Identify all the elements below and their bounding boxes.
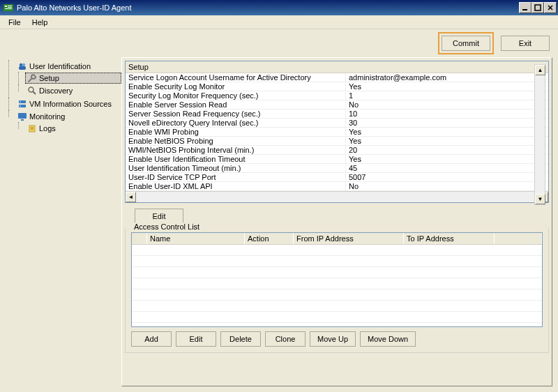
menu-help[interactable]: Help xyxy=(27,17,54,28)
setup-row[interactable]: Enable WMI ProbingYes xyxy=(126,128,548,137)
setup-row-value: administrator@example.com xyxy=(346,73,548,82)
acl-moveup-button[interactable]: Move Up xyxy=(310,331,356,347)
scroll-down-icon[interactable]: ▼ xyxy=(535,194,545,204)
setup-row[interactable]: Enable User Identification TimeoutYes xyxy=(126,155,548,164)
tree-label: Setup xyxy=(39,74,59,82)
table-row[interactable] xyxy=(132,312,542,323)
acl-legend: Access Control List xyxy=(131,223,202,231)
top-toolbar: Commit Exit xyxy=(0,29,558,57)
acl-col-checkbox[interactable] xyxy=(132,233,147,244)
setup-row-value: Yes xyxy=(346,128,548,136)
commit-button[interactable]: Commit xyxy=(442,36,490,51)
setup-row-label: User-ID Service TCP Port xyxy=(126,173,346,181)
setup-row-label: Enable Server Session Read xyxy=(126,100,346,109)
setup-row[interactable]: Enable User-ID XML APINo xyxy=(126,182,548,191)
acl-col-to[interactable]: To IP Address xyxy=(404,233,495,244)
setup-row-label: Enable User Identification Timeout xyxy=(126,155,346,163)
menu-bar: File Help xyxy=(0,15,558,29)
svg-rect-2 xyxy=(8,6,12,6)
table-row[interactable] xyxy=(132,245,542,256)
svg-point-10 xyxy=(29,87,33,92)
svg-rect-16 xyxy=(18,113,27,119)
table-row[interactable] xyxy=(132,256,542,267)
tree-user-identification[interactable]: User Identification xyxy=(15,61,121,72)
setup-row[interactable]: Security Log Monitor Frequency (sec.)1 xyxy=(126,91,548,100)
tree-label: Logs xyxy=(39,124,56,133)
magnifier-icon xyxy=(27,86,37,96)
acl-col-action[interactable]: Action xyxy=(245,233,294,244)
tree-logs[interactable]: Logs xyxy=(25,123,121,134)
scroll-up-icon[interactable]: ▲ xyxy=(535,65,545,75)
setup-row-value: Yes xyxy=(346,82,548,91)
setup-row[interactable]: Enable Security Log MonitorYes xyxy=(126,82,548,91)
acl-header-row: Name Action From IP Address To IP Addres… xyxy=(132,233,542,245)
svg-rect-5 xyxy=(522,9,527,10)
acl-col-from[interactable]: From IP Address xyxy=(294,233,404,244)
table-row[interactable] xyxy=(132,301,542,312)
content-panel: Setup Service Logon Account Username for… xyxy=(121,57,552,386)
window-title: Palo Alto Networks User-ID Agent xyxy=(17,3,519,12)
table-row[interactable] xyxy=(132,267,542,278)
server-icon xyxy=(17,99,27,109)
acl-body[interactable] xyxy=(132,245,542,326)
app-icon xyxy=(3,2,14,13)
setup-row-label: Security Log Monitor Frequency (sec.) xyxy=(126,91,346,100)
menu-file[interactable]: File xyxy=(3,17,27,28)
acl-clone-button[interactable]: Clone xyxy=(265,331,306,347)
setup-row[interactable]: Server Session Read Frequency (sec.)10 xyxy=(126,110,548,119)
acl-movedown-button[interactable]: Move Down xyxy=(360,331,416,347)
svg-rect-9 xyxy=(19,66,26,70)
acl-delete-button[interactable]: Delete xyxy=(220,331,261,347)
close-button[interactable] xyxy=(544,2,557,13)
setup-row[interactable]: WMI/NetBIOS Probing Interval (min.)20 xyxy=(126,146,548,155)
svg-rect-3 xyxy=(8,7,12,8)
maximize-button[interactable] xyxy=(531,2,544,13)
tree-setup[interactable]: Setup xyxy=(25,73,121,84)
svg-point-8 xyxy=(22,63,25,66)
horizontal-scrollbar[interactable]: ◄ ► xyxy=(126,191,548,202)
acl-edit-button[interactable]: Edit xyxy=(176,331,216,347)
setup-row-label: Novell eDirectory Query Interval (sec.) xyxy=(126,119,346,127)
svg-point-15 xyxy=(20,105,21,107)
setup-row-value: No xyxy=(346,100,548,109)
setup-row-value: 5007 xyxy=(346,173,548,181)
svg-point-7 xyxy=(20,63,22,66)
setup-row-label: Enable Security Log Monitor xyxy=(126,82,346,91)
setup-row-label: Enable WMI Probing xyxy=(126,128,346,136)
tree-monitoring[interactable]: Monitoring xyxy=(15,111,121,122)
setup-row-value: 1 xyxy=(346,91,548,100)
users-icon xyxy=(17,61,27,71)
tree-label: Monitoring xyxy=(29,112,65,121)
setup-row-value: No xyxy=(346,182,548,190)
svg-rect-17 xyxy=(21,119,24,121)
vertical-scrollbar[interactable]: ▲ ▼ xyxy=(534,64,545,205)
tree-vm-info[interactable]: VM Information Sources xyxy=(15,98,121,110)
setup-row[interactable]: Enable NetBIOS ProbingYes xyxy=(126,137,548,146)
exit-button[interactable]: Exit xyxy=(501,36,550,51)
tree-discovery[interactable]: Discovery xyxy=(25,85,121,96)
setup-row-label: Enable NetBIOS Probing xyxy=(126,137,346,145)
setup-row[interactable]: User Identification Timeout (min.)45 xyxy=(126,164,548,173)
acl-groupbox: Access Control List Name Action From IP … xyxy=(125,228,549,353)
svg-rect-4 xyxy=(5,8,12,9)
svg-point-14 xyxy=(20,101,21,103)
table-row[interactable] xyxy=(132,278,542,289)
svg-line-11 xyxy=(33,91,36,94)
window-titlebar: Palo Alto Networks User-ID Agent xyxy=(0,0,558,15)
setup-grid-header[interactable]: Setup xyxy=(126,61,548,73)
acl-col-name[interactable]: Name xyxy=(147,233,245,244)
setup-row-label: Enable User-ID XML API xyxy=(126,182,346,190)
acl-add-button[interactable]: Add xyxy=(131,331,172,347)
setup-row[interactable]: Novell eDirectory Query Interval (sec.)3… xyxy=(126,119,548,128)
setup-edit-button[interactable]: Edit xyxy=(135,209,183,224)
setup-row-value: 20 xyxy=(346,146,548,154)
acl-table: Name Action From IP Address To IP Addres… xyxy=(131,232,543,327)
acl-col-spacer xyxy=(495,233,542,244)
minimize-button[interactable] xyxy=(519,2,531,13)
setup-row[interactable]: Enable Server Session ReadNo xyxy=(126,100,548,110)
setup-row[interactable]: User-ID Service TCP Port5007 xyxy=(126,173,548,182)
commit-highlight: Commit xyxy=(438,32,494,54)
scroll-left-icon[interactable]: ◄ xyxy=(126,192,136,202)
setup-row[interactable]: Service Logon Account Username for Activ… xyxy=(126,73,548,82)
table-row[interactable] xyxy=(132,289,542,301)
